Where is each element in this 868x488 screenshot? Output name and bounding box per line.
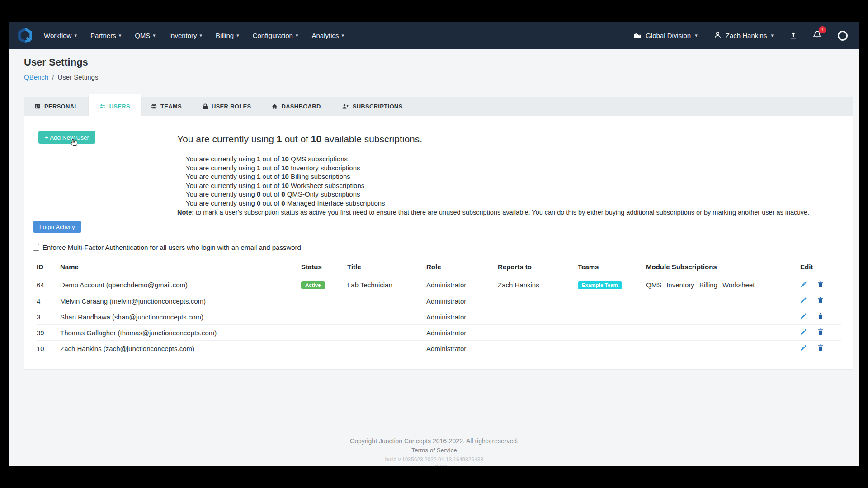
column-header-edit: Edit — [800, 260, 841, 277]
tab-label: PERSONAL — [44, 103, 78, 110]
module-tag: Worksheet — [722, 281, 755, 289]
pencil-icon — [800, 314, 807, 321]
cell-name: Melvin Caraang (melvin@junctionconcepts.… — [60, 293, 301, 309]
page-head: User Settings QBench / User Settings — [24, 56, 98, 81]
cell-teams — [578, 293, 646, 309]
chevron-down-icon: ▾ — [771, 33, 774, 38]
nav-item-configuration[interactable]: Configuration▾ — [253, 32, 298, 39]
tab-label: TEAMS — [160, 103, 182, 110]
breadcrumb-current: User Settings — [57, 73, 98, 81]
chevron-down-icon: ▾ — [119, 33, 122, 38]
cell-edit — [800, 309, 841, 325]
column-header-teams: Teams — [578, 260, 646, 277]
nav-item-inventory[interactable]: Inventory▾ — [169, 32, 202, 39]
tab-label: USERS — [109, 103, 130, 110]
globe-icon — [151, 103, 157, 109]
breadcrumb-separator: / — [52, 73, 54, 81]
cell-status — [301, 325, 347, 341]
cell-edit — [800, 293, 841, 309]
status-badge: Active — [301, 281, 325, 289]
nav-item-qms[interactable]: QMS▾ — [135, 32, 156, 39]
edit-user-button[interactable] — [800, 344, 807, 352]
cell-title — [347, 341, 426, 357]
delete-user-button[interactable] — [818, 281, 823, 289]
chevron-down-icon: ▾ — [74, 33, 77, 38]
add-new-user-button[interactable]: + Add New User — [38, 131, 95, 144]
trash-icon — [818, 314, 823, 321]
cell-title — [347, 293, 426, 309]
tab-teams[interactable]: TEAMS — [141, 97, 192, 116]
users-table-header: IDNameStatusTitleRoleReports toTeamsModu… — [37, 260, 841, 277]
delete-user-button[interactable] — [818, 313, 823, 321]
trash-icon — [818, 282, 823, 289]
top-navbar: Workflow▾Partners▾QMS▾Inventory▾Billing▾… — [9, 22, 859, 49]
user-dropdown[interactable]: Zach Hankins ▾ — [714, 31, 774, 40]
table-row: 39Thomas Gallagher (thomas@junctionconce… — [37, 325, 841, 341]
edit-user-button[interactable] — [800, 281, 807, 289]
tab-personal[interactable]: PERSONAL — [24, 97, 89, 116]
nav-item-partners[interactable]: Partners▾ — [90, 32, 121, 39]
cell-reports-to — [498, 293, 578, 309]
footer-copyright: Copyright Junction Concepts 2016-2022. A… — [9, 437, 859, 445]
tab-label: SUBSCRIPTIONS — [353, 103, 403, 110]
cell-status — [301, 309, 347, 325]
cell-status: Active — [301, 277, 347, 293]
nav-item-workflow[interactable]: Workflow▾ — [44, 32, 77, 39]
edit-user-button[interactable] — [800, 313, 807, 321]
partial-circle-icon[interactable] — [838, 31, 848, 41]
cell-name: Demo Account (qbenchdemo@gmail.com) — [60, 277, 301, 293]
table-row: 3Shan Randhawa (shan@junctionconcepts.co… — [37, 309, 841, 325]
nav-item-billing[interactable]: Billing▾ — [216, 32, 239, 39]
cell-id: 10 — [37, 341, 60, 357]
mfa-checkbox[interactable] — [33, 244, 39, 251]
edit-user-button[interactable] — [800, 328, 807, 337]
pencil-icon — [800, 282, 807, 289]
qbench-logo-icon[interactable] — [18, 28, 32, 43]
delete-user-button[interactable] — [818, 297, 823, 305]
trash-icon — [818, 330, 823, 337]
cell-status — [301, 293, 347, 309]
nav-item-analytics[interactable]: Analytics▾ — [311, 32, 344, 39]
column-header-status: Status — [301, 260, 347, 277]
users-tab-panel: + Add New User You are currently using 1… — [24, 116, 853, 370]
cell-role: Administrator — [426, 277, 498, 293]
team-badge: Example Team — [578, 281, 622, 289]
factory-icon — [633, 32, 642, 40]
table-row: 10Zach Hankins (zach@junctionconcepts.co… — [37, 341, 841, 357]
cell-teams: Example Team — [578, 277, 646, 293]
breadcrumb-home-link[interactable]: QBench — [24, 73, 48, 81]
tab-subscriptions[interactable]: SUBSCRIPTIONS — [331, 97, 413, 116]
subscription-note: Note: to mark a user's subscription stat… — [177, 209, 809, 216]
tab-dashboard[interactable]: DASHBOARD — [261, 97, 331, 116]
tab-user-roles[interactable]: USER ROLES — [192, 97, 262, 116]
cell-teams — [578, 341, 646, 357]
upload-button[interactable] — [790, 32, 797, 39]
notifications-button[interactable]: ! — [813, 30, 821, 41]
terms-of-service-link[interactable]: Terms of Service — [411, 447, 457, 454]
delete-user-button[interactable] — [818, 344, 823, 352]
tab-users[interactable]: USERS — [89, 94, 141, 116]
usage-line: You are currently using 1 out of 10 Inve… — [186, 164, 385, 173]
delete-user-button[interactable] — [818, 328, 823, 337]
column-header-id: ID — [37, 260, 60, 277]
pencil-icon — [800, 330, 807, 337]
column-header-title: Title — [347, 260, 426, 277]
division-dropdown[interactable]: Global Division ▾ — [633, 32, 698, 40]
subscription-summary: You are currently using 1 out of 10 avai… — [177, 134, 422, 145]
table-row: 4Melvin Caraang (melvin@junctionconcepts… — [37, 293, 841, 309]
user-label: Zach Hankins — [726, 32, 767, 39]
cell-role: Administrator — [426, 325, 498, 341]
usage-line: You are currently using 1 out of 10 QMS … — [186, 155, 385, 164]
breadcrumb: QBench / User Settings — [24, 73, 98, 81]
module-tag: Billing — [699, 281, 717, 289]
pencil-icon — [800, 298, 807, 305]
cell-reports-to — [498, 309, 578, 325]
column-header-name: Name — [60, 260, 301, 277]
page-title: User Settings — [24, 56, 98, 68]
cell-edit — [800, 325, 841, 341]
edit-user-button[interactable] — [800, 297, 807, 305]
login-activity-button[interactable]: Login Activity — [33, 221, 81, 233]
notification-badge: ! — [819, 26, 826, 33]
table-row: 64Demo Account (qbenchdemo@gmail.com)Act… — [37, 277, 841, 293]
cell-title — [347, 325, 426, 341]
